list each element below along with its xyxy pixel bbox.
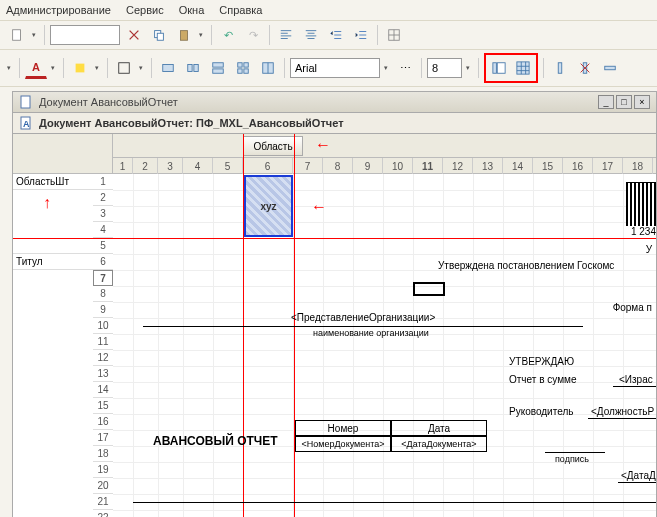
font-color-icon[interactable]: A	[25, 57, 47, 79]
close-button[interactable]: ×	[634, 95, 650, 109]
menu-admin[interactable]: Администрирование	[6, 4, 111, 16]
sum-text: Отчет в сумме	[509, 374, 576, 385]
search-input[interactable]	[50, 25, 120, 45]
svg-rect-11	[213, 69, 224, 73]
org-line	[143, 326, 583, 327]
size-select[interactable]: 8	[427, 58, 462, 78]
svg-rect-14	[238, 69, 242, 73]
undo-icon[interactable]: ↶	[217, 24, 239, 46]
paste-icon[interactable]	[173, 24, 195, 46]
window-titlebar[interactable]: Документ АвансовыйОтчет _ □ ×	[12, 91, 657, 113]
highlighted-buttons	[484, 53, 538, 83]
border-icon[interactable]	[113, 57, 135, 79]
grid-icon[interactable]	[383, 24, 405, 46]
area-labels-col: ОбластьШт Титул	[13, 174, 93, 270]
align-ctr-icon[interactable]	[300, 24, 322, 46]
svg-rect-17	[493, 63, 497, 74]
arrow-2: ←	[311, 198, 327, 216]
redo-icon[interactable]: ↷	[242, 24, 264, 46]
font-select[interactable]: Arial	[290, 58, 380, 78]
podpis-text: подпись	[555, 454, 589, 464]
svg-rect-23	[21, 96, 30, 108]
border-dd[interactable]: ▾	[136, 57, 146, 79]
form-box-1	[413, 282, 445, 296]
doc-title: Документ АвансовыйОтчет: ПФ_MXL_Авансовы…	[39, 117, 344, 129]
font-dd[interactable]: ▾	[381, 57, 391, 79]
row-numbers: 1 2 3 4 5 6 7 8 9 10 11 12 13 14 15 16 1…	[93, 174, 113, 517]
font-color-dd[interactable]: ▾	[48, 57, 58, 79]
menu-service[interactable]: Сервис	[126, 4, 164, 16]
merge3-icon[interactable]	[207, 57, 229, 79]
spreadsheet[interactable]: Область ← 1 2 3 4 5 6 7 8 9 10 11 12 13 …	[12, 134, 657, 517]
svg-rect-18	[497, 63, 505, 74]
izras-text: <Израс	[619, 374, 653, 385]
svg-rect-7	[163, 65, 174, 72]
svg-rect-13	[244, 63, 248, 67]
minimize-button[interactable]: _	[598, 95, 614, 109]
svg-rect-5	[76, 64, 85, 73]
svg-rect-0	[13, 30, 21, 41]
new-icon[interactable]	[6, 24, 28, 46]
new-dd[interactable]: ▾	[29, 24, 39, 46]
cut-icon[interactable]	[123, 24, 145, 46]
doc-icon	[19, 95, 33, 109]
avans-title: АВАНСОВЫЙ ОТЧЕТ	[153, 434, 278, 448]
svg-text:A: A	[23, 119, 30, 129]
svg-rect-3	[181, 31, 188, 41]
merge5-icon[interactable]	[257, 57, 279, 79]
bg-dd[interactable]: ▾	[92, 57, 102, 79]
arrow-1: ←	[315, 136, 331, 154]
ruk-text: Руководитель	[509, 406, 573, 417]
svg-rect-10	[213, 63, 224, 67]
bg-color-icon[interactable]	[69, 57, 91, 79]
names-toggle-icon[interactable]	[488, 57, 510, 79]
utv-text: УТВЕРЖДАЮ	[509, 356, 574, 367]
merge2-icon[interactable]	[182, 57, 204, 79]
data-val: <ДатаДокумента>	[391, 436, 487, 452]
svg-rect-12	[238, 63, 242, 67]
datad-text: <ДатаД	[621, 470, 656, 481]
merge4-icon[interactable]	[232, 57, 254, 79]
column-headers: 1 2 3 4 5 6 7 8 9 10 11 12 13 14 15 16 1…	[113, 158, 656, 174]
xyz-cell[interactable]: xyz	[244, 175, 293, 237]
svg-rect-19	[517, 62, 529, 74]
ins-col-icon[interactable]	[549, 57, 571, 79]
merge1-icon[interactable]	[157, 57, 179, 79]
approved-text: Утверждена постановлением Госкомс	[438, 260, 614, 271]
svg-rect-6	[119, 63, 130, 74]
dolzh-text: <ДолжностьР	[591, 406, 654, 417]
del-col-icon[interactable]	[574, 57, 596, 79]
u-letter: У	[646, 244, 652, 255]
nomer-hdr: Номер	[295, 420, 391, 436]
org-placeholder: <ПредставлениеОрганизации>	[291, 312, 435, 323]
svg-rect-20	[558, 63, 562, 74]
maximize-button[interactable]: □	[616, 95, 632, 109]
svg-rect-9	[194, 65, 198, 72]
arrow-up: ↑	[43, 194, 51, 212]
barcode-num: 1 234	[631, 226, 656, 237]
data-hdr: Дата	[391, 420, 487, 436]
menu-help[interactable]: Справка	[219, 4, 262, 16]
nomer-val: <НомерДокумента>	[295, 436, 391, 452]
org-caption: наименование организации	[313, 328, 429, 338]
svg-rect-22	[605, 66, 616, 70]
copy-icon[interactable]	[148, 24, 170, 46]
forma-text: Форма п	[613, 302, 652, 313]
ins-row-icon[interactable]	[599, 57, 621, 79]
size-dd[interactable]: ▾	[463, 57, 473, 79]
align-left-icon[interactable]	[275, 24, 297, 46]
font-opt-icon[interactable]: ⋯	[394, 57, 416, 79]
svg-rect-8	[188, 65, 192, 72]
doc-icon-2: A	[19, 116, 33, 130]
indent-icon[interactable]	[350, 24, 372, 46]
grid-toggle-icon[interactable]	[512, 57, 534, 79]
svg-rect-15	[244, 69, 248, 73]
red-hline	[13, 238, 656, 239]
menu-windows[interactable]: Окна	[179, 4, 205, 16]
barcode	[626, 182, 656, 226]
style-dd[interactable]: ▾	[4, 57, 14, 79]
outdent-icon[interactable]	[325, 24, 347, 46]
window-title: Документ АвансовыйОтчет	[39, 96, 178, 108]
svg-rect-2	[157, 33, 163, 40]
paste-dd[interactable]: ▾	[196, 24, 206, 46]
